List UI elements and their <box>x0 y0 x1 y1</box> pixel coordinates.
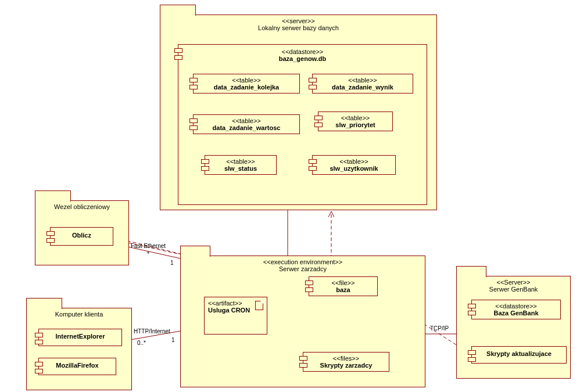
table-data-zadanie-wartosc: <<table>> data_zadanie_wartosc <box>193 114 300 134</box>
package-exec-env: <<execution environment>> Serwer zarzadc… <box>180 256 425 387</box>
label-fast-ethernet: Fast Ethernet <box>131 243 166 249</box>
label-http-internet: HTTP/Internet <box>134 328 170 335</box>
label-one: 1 <box>170 260 174 266</box>
execenv-label: <<execution environment>> Serwer zarzadc… <box>181 256 425 276</box>
package-tab <box>35 190 71 202</box>
cron-name: Usluga CRON <box>208 307 250 314</box>
package-compute-node: Wezel obliczeniowy Oblicz <box>35 200 129 265</box>
label-zero-star: 0..* <box>137 340 146 346</box>
component-lug-icon <box>174 48 182 53</box>
package-tab <box>456 266 486 277</box>
component-genbank-store: <<datastore>> Baza GenBank <box>471 300 561 319</box>
table-data-zadanie-wynik: <<table>> data_zadanie_wynik <box>312 74 413 93</box>
component-lug-icon <box>174 55 182 60</box>
component-firefox: MozillaFirefox <box>38 358 116 375</box>
compute-label: Wezel obliczeniowy <box>35 201 128 214</box>
document-icon <box>255 301 263 310</box>
label-star: * <box>147 251 149 257</box>
package-tab <box>160 5 196 16</box>
package-db-server-label: <<server>> Lokalny serwer bazy danych <box>160 15 436 35</box>
label-tcpip: TCP/IP <box>430 325 449 332</box>
package-client: Komputer klienta InternetExplorer Mozill… <box>26 308 132 390</box>
package-genbank: <<Server>> Serwer GenBank <<datastore>> … <box>456 276 571 379</box>
table-slw-status: <<table>> slw_status <box>205 155 277 175</box>
datastore-stereo: <<datastore>> <box>182 48 423 55</box>
component-baza: <<file>> baza <box>309 276 378 296</box>
component-scripts: <<files>> Skrypty zarzadcy <box>303 352 389 372</box>
component-datastore: <<datastore>> baza_genow.db <<table>> da… <box>178 44 427 205</box>
artifact-cron: <<artifact>> Usluga CRON <box>204 297 267 335</box>
component-genbank-scripts: Skrypty aktualizujace <box>471 346 567 364</box>
package-tab <box>26 298 62 309</box>
package-tab <box>180 246 210 257</box>
package-db-server: <<server>> Lokalny serwer bazy danych <<… <box>160 15 437 210</box>
component-oblicz: Oblicz <box>50 227 113 246</box>
component-ie: InternetExplorer <box>38 329 122 346</box>
table-data-zadanie-kolejka: <<table>> data_zadanie_kolejka <box>193 74 300 93</box>
table-slw-uzytkownik: <<table>> slw_uzytkownik <box>312 155 396 175</box>
client-label: Komputer klienta <box>27 308 131 321</box>
label-one-2: 1 <box>171 337 175 343</box>
datastore-title: baza_genow.db <box>279 55 327 62</box>
table-slw-priorytet: <<table>> slw_priorytet <box>318 112 393 131</box>
genbank-label: <<Server>> Serwer GenBank <box>457 276 570 296</box>
